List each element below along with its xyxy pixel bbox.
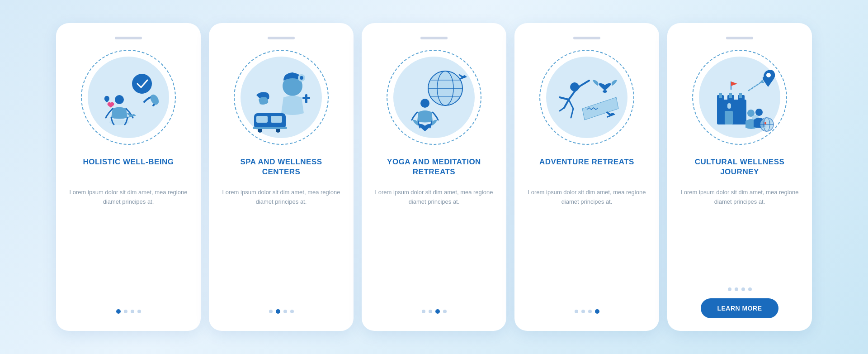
card-notch-2: [268, 37, 295, 39]
dots-holistic: [116, 309, 141, 314]
svg-point-38: [755, 109, 763, 116]
svg-rect-31: [725, 111, 733, 124]
dot-yoga-4: [443, 310, 447, 313]
card-desc-yoga: Lorem ipsum dolor sit dim amet, mea regi…: [374, 188, 494, 300]
svg-point-23: [603, 90, 607, 93]
card-title-spa: SPA AND WELLNESS CENTERS: [222, 157, 341, 180]
card-spa: SPA AND WELLNESS CENTERS Lorem ipsum dol…: [209, 23, 354, 331]
card-yoga: YOGA AND MEDITATION RETREATS Lorem ipsum…: [362, 23, 506, 331]
dot-yoga-3: [435, 309, 440, 314]
dot-spa-2: [276, 309, 280, 314]
dots-cultural: [728, 287, 752, 291]
card-desc-adventure: Lorem ipsum dolor sit dim amet, mea regi…: [527, 188, 646, 300]
dot-adv-2: [581, 310, 585, 313]
dots-spa: [269, 309, 294, 314]
spa-svg: [238, 54, 324, 140]
dot-2: [124, 310, 127, 313]
dot-yoga-2: [429, 310, 432, 313]
svg-point-22: [570, 82, 579, 91]
svg-rect-30: [739, 93, 742, 98]
dot-adv-4: [595, 309, 599, 314]
card-notch-3: [420, 37, 448, 39]
svg-point-6: [300, 76, 303, 80]
holistic-svg: [88, 57, 169, 138]
svg-rect-28: [719, 93, 722, 98]
illustration-spa: [231, 48, 331, 147]
illustration-cultural: [690, 48, 789, 147]
card-notch: [115, 37, 142, 39]
card-title-holistic: HOLISTIC WELL-BEING: [83, 157, 174, 180]
card-holistic: HOLISTIC WELL-BEING Lorem ipsum dolor si…: [56, 23, 201, 331]
svg-marker-34: [731, 81, 737, 86]
card-title-adventure: ADVENTURE RETREATS: [539, 157, 634, 180]
dot-adv-1: [575, 310, 578, 313]
cards-container: HOLISTIC WELL-BEING Lorem ipsum dolor si…: [56, 23, 812, 331]
dot-yoga-1: [422, 310, 425, 313]
card-title-yoga: YOGA AND MEDITATION RETREATS: [374, 157, 494, 180]
dots-yoga: [422, 309, 447, 314]
dot-cul-4: [748, 287, 752, 291]
card-notch-4: [573, 37, 600, 39]
dot-spa-1: [269, 310, 273, 313]
dot-spa-4: [290, 310, 294, 313]
svg-point-1: [115, 95, 124, 104]
dot-adv-3: [588, 310, 592, 313]
svg-rect-32: [727, 103, 731, 109]
illustration-yoga: [384, 48, 484, 147]
card-notch-5: [726, 37, 753, 39]
dots-adventure: [575, 309, 599, 314]
dot-3: [131, 310, 134, 313]
card-desc-cultural: Lorem ipsum dolor sit dim amet, mea regi…: [680, 188, 799, 278]
cultural-svg: [697, 54, 783, 140]
dot-1: [116, 309, 121, 314]
illustration-holistic: [79, 48, 178, 147]
svg-point-35: [766, 73, 771, 77]
card-desc-holistic: Lorem ipsum dolor sit dim amet, mea regi…: [69, 188, 188, 300]
dot-cul-1: [728, 287, 731, 291]
yoga-svg: [391, 54, 477, 140]
svg-point-21: [420, 99, 429, 108]
svg-point-3: [149, 93, 160, 106]
adventure-svg: [544, 54, 630, 140]
card-desc-spa: Lorem ipsum dolor sit dim amet, mea regi…: [222, 188, 341, 300]
illustration-adventure: [537, 48, 637, 147]
svg-rect-10: [256, 116, 268, 123]
card-cultural: CULTURAL WELLNESS JOURNEY Lorem ipsum do…: [667, 23, 812, 331]
svg-rect-11: [271, 116, 282, 123]
card-title-cultural: CULTURAL WELLNESS JOURNEY: [680, 157, 799, 180]
dot-4: [137, 310, 141, 313]
svg-rect-29: [729, 93, 732, 98]
dot-spa-3: [283, 310, 287, 313]
dot-cul-2: [735, 287, 738, 291]
dot-cul-3: [741, 287, 745, 291]
learn-more-button[interactable]: LEARN MORE: [701, 298, 778, 318]
svg-point-2: [132, 74, 152, 94]
svg-rect-8: [302, 97, 310, 99]
svg-rect-14: [253, 127, 287, 129]
card-adventure: ADVENTURE RETREATS Lorem ipsum dolor sit…: [514, 23, 659, 331]
